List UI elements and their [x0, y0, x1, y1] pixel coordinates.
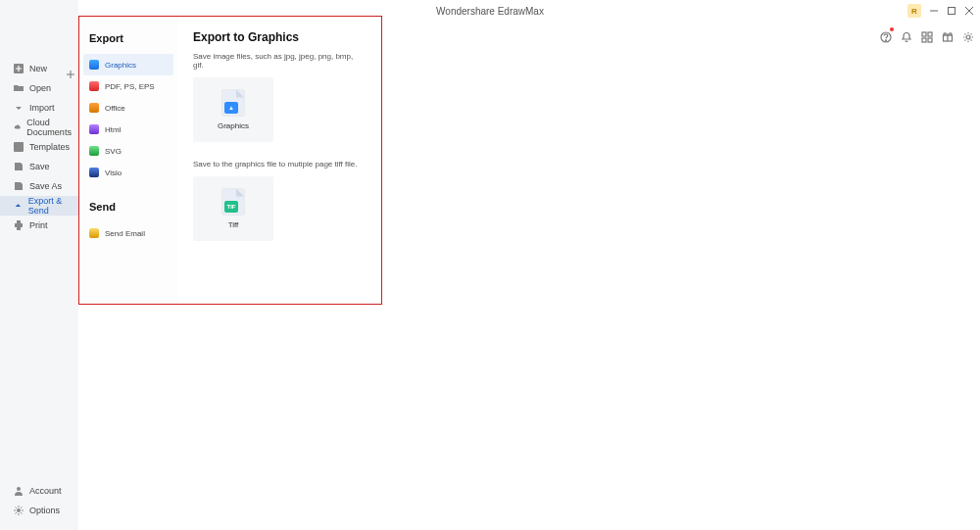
- sidebar-item-open[interactable]: Open: [0, 78, 78, 98]
- save-icon: [14, 162, 24, 171]
- svg-rect-17: [17, 227, 21, 230]
- image-file-icon: ▲: [222, 90, 244, 116]
- export-content: Export to Graphics Save image files, suc…: [177, 17, 381, 304]
- svg-rect-16: [17, 220, 21, 223]
- sidebar-item-label: New: [29, 64, 47, 73]
- email-icon: [89, 228, 99, 238]
- sidebar-item-label: Print: [29, 220, 48, 230]
- export-icon: [14, 201, 23, 211]
- svg-point-19: [17, 508, 21, 512]
- close-button[interactable]: [964, 6, 974, 16]
- gear-icon: [14, 506, 24, 515]
- sidebar-item-label: Account: [29, 486, 62, 496]
- sidebar-item-account[interactable]: Account: [0, 481, 78, 501]
- sidebar-item-save[interactable]: Save: [0, 157, 78, 176]
- app-title: Wondershare EdrawMax: [436, 6, 544, 17]
- svg-point-18: [17, 487, 21, 491]
- export-item-visio[interactable]: Visio: [83, 162, 173, 183]
- sidebar-item-import[interactable]: Import: [0, 98, 78, 118]
- send-item-email[interactable]: Send Email: [83, 222, 173, 244]
- gear-icon[interactable]: [962, 29, 974, 41]
- content-title: Export to Graphics: [193, 30, 366, 44]
- export-categories: Export Graphics PDF, PS, EPS Office Html…: [79, 17, 177, 304]
- export-heading: Export: [83, 26, 173, 54]
- export-item-label: Send Email: [105, 229, 145, 238]
- send-heading: Send: [83, 195, 173, 222]
- svg-rect-15: [15, 223, 23, 227]
- sidebar-item-label: Export & Send: [28, 196, 78, 216]
- sidebar-item-export[interactable]: Export & Send: [0, 196, 78, 216]
- content-desc: Save to the graphics file to mutiple pag…: [193, 160, 366, 169]
- export-item-pdf[interactable]: PDF, PS, EPS: [83, 75, 173, 97]
- templates-icon: [14, 142, 24, 152]
- svg-rect-14: [14, 142, 24, 152]
- folder-icon: [14, 83, 24, 93]
- minimize-button[interactable]: [929, 6, 939, 16]
- help-icon[interactable]: [880, 29, 892, 41]
- sidebar-item-templates[interactable]: Templates: [0, 137, 78, 157]
- plus-square-icon: [14, 64, 24, 73]
- export-panel: Export Graphics PDF, PS, EPS Office Html…: [78, 16, 382, 305]
- sidebar-item-label: Save As: [29, 181, 62, 191]
- content-desc: Save image files, such as jpg, jpeg, png…: [193, 52, 366, 70]
- import-icon: [14, 103, 24, 113]
- export-item-label: Office: [105, 104, 125, 113]
- sidebar-item-label: Templates: [29, 142, 70, 152]
- export-item-label: Graphics: [105, 61, 136, 70]
- office-icon: [89, 103, 99, 113]
- sidebar-item-label: Import: [29, 103, 55, 113]
- app-root: Wondershare EdrawMax R: [0, 0, 980, 530]
- export-item-label: PDF, PS, EPS: [105, 82, 155, 91]
- export-item-graphics[interactable]: Graphics: [83, 54, 173, 75]
- print-icon: [14, 220, 24, 230]
- sidebar-item-cloud[interactable]: Cloud Documents: [0, 118, 78, 137]
- window-controls: R: [907, 4, 974, 18]
- export-item-office[interactable]: Office: [83, 97, 173, 119]
- sidebar-item-label: Cloud Documents: [26, 118, 78, 137]
- svg-rect-6: [922, 32, 926, 36]
- cloud-icon: [14, 122, 21, 132]
- visio-icon: [89, 168, 99, 177]
- export-item-label: SVG: [105, 147, 122, 156]
- apps-icon[interactable]: [921, 29, 933, 41]
- gift-icon[interactable]: [942, 29, 954, 41]
- card-label: Tiff: [228, 220, 239, 229]
- svg-rect-9: [928, 38, 932, 42]
- export-item-html[interactable]: Html: [83, 119, 173, 140]
- file-menu-sidebar: New Open Import Cloud Documents Template…: [0, 0, 78, 530]
- sidebar-item-saveas[interactable]: Save As: [0, 176, 78, 196]
- export-item-label: Html: [105, 125, 121, 134]
- user-avatar[interactable]: R: [907, 4, 921, 18]
- sidebar-item-label: Options: [29, 506, 60, 515]
- save-as-icon: [14, 181, 24, 191]
- user-icon: [14, 486, 24, 496]
- pdf-icon: [89, 81, 99, 91]
- svg-rect-1: [949, 8, 956, 15]
- svg-rect-7: [928, 32, 932, 36]
- sidebar-item-label: Open: [29, 83, 51, 93]
- card-label: Graphics: [218, 121, 249, 130]
- sidebar-item-options[interactable]: Options: [0, 501, 78, 520]
- html-icon: [89, 124, 99, 134]
- maximize-button[interactable]: [947, 6, 956, 16]
- export-item-svg[interactable]: SVG: [83, 140, 173, 162]
- plus-icon: [67, 65, 74, 72]
- tiff-file-icon: TIF: [222, 189, 244, 215]
- sidebar-item-print[interactable]: Print: [0, 216, 78, 235]
- bell-icon[interactable]: [901, 29, 912, 41]
- svg-point-5: [886, 40, 887, 41]
- export-item-label: Visio: [105, 169, 122, 177]
- svg-rect-8: [922, 38, 926, 42]
- sidebar-item-label: Save: [29, 162, 50, 171]
- export-card-graphics[interactable]: ▲ Graphics: [193, 77, 273, 142]
- toolbar-actions: [880, 29, 974, 41]
- svg-icon: [89, 146, 99, 156]
- svg-point-12: [966, 35, 970, 39]
- sidebar-bottom: Account Options: [0, 481, 78, 520]
- export-card-tiff[interactable]: TIF Tiff: [193, 176, 273, 241]
- graphics-icon: [89, 60, 99, 70]
